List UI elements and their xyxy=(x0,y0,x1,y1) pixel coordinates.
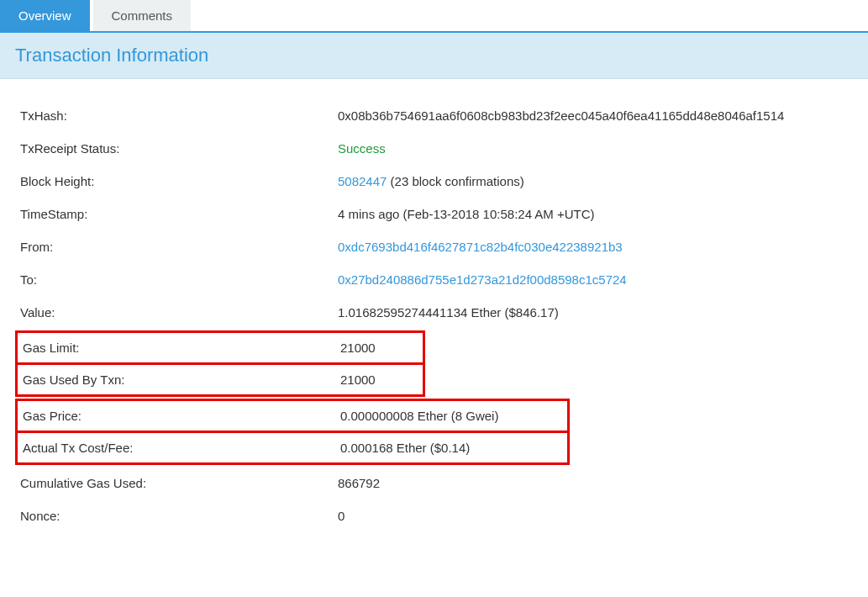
label-gasprice: Gas Price: xyxy=(23,409,340,423)
row-nonce: Nonce: 0 xyxy=(15,499,853,532)
value-nonce: 0 xyxy=(338,509,345,523)
value-txhash: 0x08b36b754691aa6f0608cb983bd23f2eec045a… xyxy=(338,108,784,123)
row-gasused: Gas Used By Txn: 21000 xyxy=(18,362,423,394)
tab-comments[interactable]: Comments xyxy=(93,0,192,31)
value-gasused: 21000 xyxy=(340,372,376,387)
value-blockconf: (23 block confirmations) xyxy=(387,174,523,188)
value-actualcost: 0.000168 Ether ($0.14) xyxy=(340,441,470,455)
row-gaslimit: Gas Limit: 21000 xyxy=(18,333,423,362)
label-nonce: Nonce: xyxy=(20,509,338,523)
row-from: From: 0xdc7693bd416f4627871c82b4fc030e42… xyxy=(15,230,853,263)
value-value: 1.01682595274441134 Ether ($846.17) xyxy=(338,305,559,320)
label-txhash: TxHash: xyxy=(20,108,338,123)
value-timestamp: 4 mins ago (Feb-13-2018 10:58:24 AM +UTC… xyxy=(338,207,595,221)
highlight-gas-limit-used: Gas Limit: 21000 Gas Used By Txn: 21000 xyxy=(15,330,425,397)
value-gaslimit: 21000 xyxy=(340,341,376,355)
highlight-gas-price-cost: Gas Price: 0.000000008 Ether (8 Gwei) Ac… xyxy=(15,399,570,465)
label-blockheight: Block Height: xyxy=(20,174,338,188)
tab-overview[interactable]: Overview xyxy=(0,0,90,31)
label-timestamp: TimeStamp: xyxy=(20,207,338,221)
label-gaslimit: Gas Limit: xyxy=(23,341,340,355)
label-actualcost: Actual Tx Cost/Fee: xyxy=(23,441,340,455)
label-gasused: Gas Used By Txn: xyxy=(23,372,340,387)
link-to-address[interactable]: 0x27bd240886d755e1d273a21d2f00d8598c1c57… xyxy=(338,272,627,287)
row-value: Value: 1.01682595274441134 Ether ($846.1… xyxy=(15,296,853,329)
link-blockheight[interactable]: 5082447 xyxy=(338,174,387,188)
value-cumgas: 866792 xyxy=(338,476,380,490)
link-from-address[interactable]: 0xdc7693bd416f4627871c82b4fc030e42238921… xyxy=(338,240,623,254)
value-receipt: Success xyxy=(338,141,386,156)
label-value: Value: xyxy=(20,305,338,320)
label-cumgas: Cumulative Gas Used: xyxy=(20,476,338,490)
row-txhash: TxHash: 0x08b36b754691aa6f0608cb983bd23f… xyxy=(15,99,853,132)
label-to: To: xyxy=(20,272,338,287)
row-blockheight: Block Height: 5082447 (23 block confirma… xyxy=(15,165,853,198)
panel-header: Transaction Information xyxy=(0,33,868,79)
tx-details: TxHash: 0x08b36b754691aa6f0608cb983bd23f… xyxy=(0,79,868,547)
row-to: To: 0x27bd240886d755e1d273a21d2f00d8598c… xyxy=(15,263,853,296)
row-timestamp: TimeStamp: 4 mins ago (Feb-13-2018 10:58… xyxy=(15,198,853,230)
row-actualcost: Actual Tx Cost/Fee: 0.000168 Ether ($0.1… xyxy=(18,431,567,462)
row-gasprice: Gas Price: 0.000000008 Ether (8 Gwei) xyxy=(18,401,567,431)
label-from: From: xyxy=(20,240,338,254)
value-blockheight: 5082447 (23 block confirmations) xyxy=(338,174,524,188)
row-receipt: TxReceipt Status: Success xyxy=(15,132,853,165)
panel-title: Transaction Information xyxy=(15,45,853,66)
tabs-bar: Overview Comments xyxy=(0,0,868,33)
value-gasprice: 0.000000008 Ether (8 Gwei) xyxy=(340,409,498,423)
label-receipt: TxReceipt Status: xyxy=(20,141,338,156)
row-cumgas: Cumulative Gas Used: 866792 xyxy=(15,467,853,499)
